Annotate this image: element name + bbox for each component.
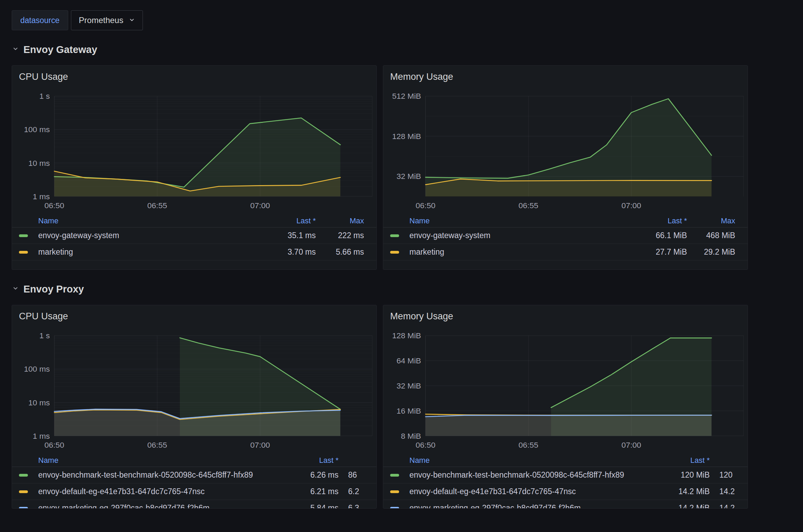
legend-row: marketing3.70 ms5.66 ms [12,244,376,260]
series-swatch-icon[interactable] [390,507,399,509]
series-swatch-icon[interactable] [19,490,28,493]
panel-proxy-memory: Memory Usage 128 MiB64 MiB32 MiB16 MiB8 … [383,305,748,509]
y-axis-tick-label: 10 ms [28,398,50,407]
series-last-value: 120 MiB [655,470,710,480]
chevron-down-icon [12,285,19,294]
y-axis-tick-label: 512 MiB [392,92,421,100]
series-max-value: 14.2 [710,487,748,496]
datasource-value: Prometheus [79,15,123,25]
y-axis-tick-label: 1 ms [33,432,50,440]
x-axis-tick-label: 06:55 [147,440,167,449]
legend-header-name[interactable]: Name [38,216,261,225]
series-swatch-icon[interactable] [390,234,399,237]
series-name[interactable]: marketing [38,247,261,257]
series-name[interactable]: envoy-benchmark-test-benchmark-0520098c-… [409,470,655,480]
panel-title[interactable]: Memory Usage [383,66,748,82]
y-axis-tick-label: 16 MiB [396,406,421,415]
series-last-value: 14.2 MiB [655,503,710,509]
row-header-envoy-gateway[interactable]: Envoy Gateway [12,43,803,56]
legend-header: Name Last * Max [383,214,748,227]
series-name[interactable]: envoy-default-eg-e41e7b31-647dc7c765-47n… [409,487,655,496]
legend-header-max[interactable]: Max [687,216,735,225]
y-axis-tick-label: 128 MiB [392,132,421,141]
cpu-usage-chart[interactable]: 1 s100 ms10 ms1 ms06:5006:5507:00 [12,329,376,450]
series-last-value: 5.84 ms [283,503,338,509]
chevron-down-icon [12,45,19,54]
legend-row: marketing27.7 MiB29.2 MiB [383,244,748,260]
series-name[interactable]: envoy-default-eg-e41e7b31-647dc7c765-47n… [38,487,283,496]
series-max-value: 6.3 [338,503,376,509]
legend-row: envoy-benchmark-test-benchmark-0520098c-… [383,467,748,483]
series-last-value: 6.26 ms [283,470,338,480]
legend-row: envoy-benchmark-test-benchmark-0520098c-… [12,467,376,483]
legend-header-last[interactable]: Last * [283,456,338,465]
row-header-envoy-proxy[interactable]: Envoy Proxy [12,283,803,295]
legend-header-last[interactable]: Last * [261,216,316,225]
series-max-value: 222 ms [316,231,364,240]
variables-bar: datasource Prometheus [12,10,803,30]
legend-table: Name Last * Max envoy-gateway-system66.1… [383,214,748,260]
series-max-value: 86 [338,470,376,480]
legend-row: envoy-gateway-system66.1 MiB468 MiB [383,227,748,244]
panel-title[interactable]: Memory Usage [383,305,748,322]
legend-header-name[interactable]: Name [409,216,632,225]
y-axis-tick-label: 10 ms [28,159,50,168]
series-last-value: 6.21 ms [283,487,338,496]
legend-row: envoy-default-eg-e41e7b31-647dc7c765-47n… [383,483,748,500]
series-swatch-icon[interactable] [390,251,399,254]
series-max-value: 468 MiB [687,231,735,240]
series-swatch-icon[interactable] [19,507,28,509]
dashboard: datasource Prometheus Envoy Gateway CPU … [0,0,803,509]
legend-header: Name Last * [12,454,376,467]
legend-header-name[interactable]: Name [38,456,283,465]
cpu-usage-chart[interactable]: 1 s100 ms10 ms1 ms06:5006:5507:00 [12,89,376,210]
series-max-value: 5.66 ms [316,247,364,257]
series-swatch-icon[interactable] [390,490,399,493]
series-max-value: 29.2 MiB [687,247,735,257]
legend-header-last[interactable]: Last * [655,456,710,465]
x-axis-tick-label: 07:00 [250,201,270,210]
series-max-value: 120 [710,470,748,480]
panel-title[interactable]: CPU Usage [12,66,376,82]
x-axis-tick-label: 06:55 [519,440,538,449]
panel-title[interactable]: CPU Usage [12,305,376,322]
series-max-value: 6.2 [338,487,376,496]
datasource-select[interactable]: Prometheus [71,10,143,30]
series-swatch-icon[interactable] [390,474,399,477]
legend-table: Name Last * Max envoy-gateway-system35.1… [12,214,376,260]
series-swatch-icon[interactable] [19,251,28,254]
legend-row: envoy-gateway-system35.1 ms222 ms [12,227,376,244]
legend-header-name[interactable]: Name [409,456,655,465]
y-axis-tick-label: 32 MiB [396,381,421,390]
series-name[interactable]: envoy-gateway-system [38,231,261,240]
datasource-variable-label[interactable]: datasource [12,10,68,30]
memory-usage-chart[interactable]: 128 MiB64 MiB32 MiB16 MiB8 MiB06:5006:55… [383,329,748,450]
series-name[interactable]: envoy-marketing-eg-297f0cac-b8cd97d76-f2… [409,503,655,509]
legend-header: Name Last * [383,454,748,467]
y-axis-tick-label: 32 MiB [396,172,421,181]
series-name[interactable]: marketing [409,247,632,257]
memory-usage-chart[interactable]: 512 MiB128 MiB32 MiB06:5006:5507:00 [383,89,748,210]
series-swatch-icon[interactable] [19,474,28,477]
legend-rows: envoy-benchmark-test-benchmark-0520098c-… [12,467,376,509]
series-last-value: 14.2 MiB [655,487,710,496]
section-title: Envoy Proxy [23,284,84,295]
series-swatch-icon[interactable] [19,234,28,237]
legend-header-last[interactable]: Last * [632,216,687,225]
y-axis-tick-label: 100 ms [24,125,50,134]
series-last-value: 27.7 MiB [632,247,687,257]
datasource-label-text: datasource [20,16,60,25]
gateway-panels-row: CPU Usage 1 s100 ms10 ms1 ms06:5006:5507… [12,65,803,270]
legend-header-max[interactable]: Max [316,216,364,225]
section-title: Envoy Gateway [23,44,97,55]
series-last-value: 35.1 ms [261,231,316,240]
legend-table: Name Last * envoy-benchmark-test-benchma… [12,454,376,509]
x-axis-tick-label: 07:00 [622,440,641,449]
series-max-value: 14.2 [710,503,748,509]
series-name[interactable]: envoy-marketing-eg-297f0cac-b8cd97d76-f2… [38,503,283,509]
series-name[interactable]: envoy-gateway-system [409,231,632,240]
y-axis-tick-label: 64 MiB [396,356,421,365]
series-name[interactable]: envoy-benchmark-test-benchmark-0520098c-… [38,470,283,480]
chevron-down-icon [129,15,135,25]
legend-table: Name Last * envoy-benchmark-test-benchma… [383,454,748,509]
